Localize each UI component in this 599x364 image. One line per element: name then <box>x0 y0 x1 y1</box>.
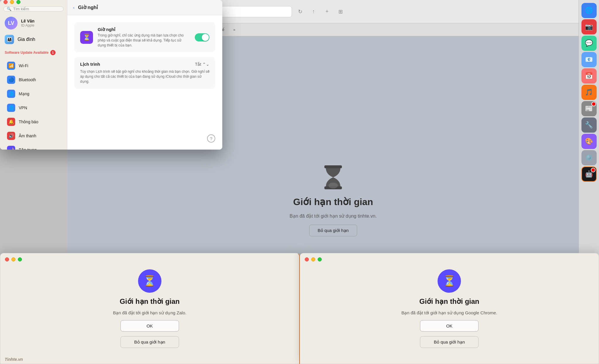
gio-nghi-title: Giờ nghỉ <box>98 27 190 32</box>
gio-nghi-toggle[interactable] <box>195 33 209 41</box>
sidebar-user-profile[interactable]: LV Lê Văn ID Apple <box>0 14 67 32</box>
focus-icon: 🌙 <box>7 146 15 150</box>
dock-icon-creative[interactable]: 🎨 <box>581 134 597 149</box>
sidebar-item-bluetooth[interactable]: 🔵 Bluetooth <box>2 73 65 86</box>
schedule-card: Lịch trình Tắt ⌃⌄ Tùy chọn Lịch trình sẽ… <box>74 57 215 89</box>
schedule-header: Lịch trình Tắt ⌃⌄ <box>80 62 209 67</box>
sidebar-item-label: Mạng <box>19 91 29 96</box>
network-icon: 🌐 <box>7 90 15 98</box>
detail-content: ⏳ Giờ nghỉ Trong giờ nghỉ, chỉ các ứng d… <box>67 15 222 100</box>
gio-nghi-info: Giờ nghỉ Trong giờ nghỉ, chỉ các ứng dụn… <box>98 27 190 48</box>
sidebar-button[interactable]: ⊞ <box>335 6 346 17</box>
sidebar-item-label: Tập trung <box>19 148 37 150</box>
reload-button[interactable]: ↻ <box>295 6 305 17</box>
share-button[interactable]: ↑ <box>308 6 319 17</box>
watermark: Tinhte.vn <box>5 357 23 362</box>
maximize-button[interactable] <box>16 0 20 4</box>
system-preferences-window: 🔍 Tìm kiếm LV Lê Văn ID Apple 👨‍👩‍👧 Gia … <box>0 0 222 150</box>
sidebar-item-label: Wi-Fi <box>19 63 28 68</box>
sidebar-item-label: Âm thanh <box>19 134 36 138</box>
schedule-title: Lịch trình <box>80 62 100 67</box>
popup-zalo-subtitle: Bạn đã đặt tới giới hạn sử dụng Zalo. <box>113 310 186 316</box>
help-button[interactable]: ? <box>207 134 215 143</box>
detail-title: Giờ nghỉ <box>78 4 98 11</box>
sidebar-item-focus[interactable]: 🌙 Tập trung <box>2 143 65 150</box>
schedule-desc: Tùy chọn Lịch trình sẽ bật giờ nghỉ cho … <box>80 69 209 84</box>
popup-chrome-subtitle: Bạn đã đặt tới giới hạn sử dụng Google C… <box>401 310 497 316</box>
more-tabs-button[interactable]: » <box>230 26 239 33</box>
svg-rect-0 <box>324 165 342 168</box>
dock-icon-music[interactable]: 🎵 <box>581 85 597 100</box>
search-bar[interactable]: 🔍 Tìm kiếm <box>4 6 63 11</box>
dock-icon-finder[interactable]: 🌐 <box>581 3 597 18</box>
dock-icon-ai[interactable]: 🤖 <box>581 167 597 182</box>
update-badge: 1 <box>50 50 56 55</box>
dock-icon-calendar[interactable]: 📅 <box>581 68 597 84</box>
vpn-icon: 🌐 <box>7 104 15 112</box>
notification-icon: 🔔 <box>7 118 15 126</box>
popup-zalo: ⏳ Giới hạn thời gian Bạn đã đặt tới giới… <box>0 253 300 364</box>
window-controls <box>4 0 20 4</box>
popup-chrome-ignore-button[interactable]: Bỏ qua giới hạn <box>420 336 478 348</box>
gio-nghi-icon: ⏳ <box>80 31 93 44</box>
popup-zalo-icon: ⏳ <box>138 269 161 293</box>
hourglass-icon <box>321 164 345 190</box>
popup-chrome-ok-button[interactable]: OK <box>420 320 478 332</box>
bluetooth-icon: 🔵 <box>7 76 15 84</box>
popup-chrome-icon: ⏳ <box>438 269 461 293</box>
popup-chrome-title: Giới hạn thời gian <box>419 297 479 306</box>
popup-zalo-controls <box>5 257 22 261</box>
dock-icon-mail[interactable]: 📧 <box>581 52 597 67</box>
sidebar-header <box>0 0 67 4</box>
sidebar-item-sound[interactable]: 🔊 Âm thanh <box>2 129 65 142</box>
popup-zalo-minimize[interactable] <box>11 257 16 261</box>
popup-zalo-close[interactable] <box>5 257 9 261</box>
sidebar-item-label: VPN <box>19 105 27 110</box>
popup-zalo-ignore-button[interactable]: Bỏ qua giới hạn <box>121 336 179 348</box>
software-update-label: Software Update Available <box>5 51 49 55</box>
dock-icon-camera[interactable]: 📷 <box>581 19 597 34</box>
sidebar: 🔍 Tìm kiếm LV Lê Văn ID Apple 👨‍👩‍👧 Gia … <box>0 0 67 150</box>
detail-panel: ‹ Giờ nghỉ ⏳ Giờ nghỉ Trong giờ nghỉ, ch… <box>67 0 222 150</box>
popup-chrome-minimize[interactable] <box>311 257 315 261</box>
search-icon: 🔍 <box>7 7 11 11</box>
popup-zalo-ok-button[interactable]: OK <box>121 320 179 332</box>
browser-time-limit-subtitle: Bạn đã đặt tới giới hạn sử dụng tinhte.v… <box>290 213 377 219</box>
family-label: Gia đình <box>18 37 35 42</box>
user-name: Lê Văn <box>21 19 35 23</box>
sidebar-item-label: Bluetooth <box>19 77 36 82</box>
popup-chrome-maximize[interactable] <box>318 257 322 261</box>
help-icon: ? <box>210 136 212 141</box>
browser-ignore-limit-button[interactable]: Bỏ qua giới hạn <box>309 225 357 236</box>
dock-icon-settings[interactable]: ⚙️ <box>581 150 597 165</box>
search-placeholder: Tìm kiếm <box>13 7 29 11</box>
sidebar-item-wifi[interactable]: 📶 Wi-Fi <box>2 59 65 72</box>
popup-chrome: ⏳ Giới hạn thời gian Bạn đã đặt tới giới… <box>300 253 599 364</box>
detail-header: ‹ Giờ nghỉ <box>67 0 222 15</box>
schedule-value-text: Tắt <box>195 62 201 67</box>
sidebar-item-vpn[interactable]: 🌐 VPN <box>2 101 65 114</box>
close-button[interactable] <box>4 0 8 4</box>
sidebar-item-notifications[interactable]: 🔔 Thông báo <box>2 115 65 128</box>
add-tab-button[interactable]: + <box>322 6 332 17</box>
popup-zalo-title: Giới hạn thời gian <box>120 297 180 306</box>
software-update-item[interactable]: Software Update Available 1 <box>4 48 63 57</box>
popup-chrome-close[interactable] <box>305 257 309 261</box>
dock-icon-tools[interactable]: 🔧 <box>581 117 597 133</box>
popup-zalo-maximize[interactable] <box>18 257 22 261</box>
minimize-button[interactable] <box>10 0 14 4</box>
sidebar-item-family[interactable]: 👨‍👩‍👧 Gia đình <box>0 32 67 46</box>
popup-overlay: ⏳ Giới hạn thời gian Bạn đã đặt tới giới… <box>0 253 599 364</box>
family-icon: 👨‍👩‍👧 <box>5 35 14 44</box>
user-avatar: LV <box>5 17 18 30</box>
sound-icon: 🔊 <box>7 132 15 140</box>
sidebar-item-label: Thông báo <box>19 119 38 124</box>
browser-time-limit-title: Giới hạn thời gian <box>293 196 373 207</box>
sidebar-item-network[interactable]: 🌐 Mạng <box>2 87 65 100</box>
schedule-value[interactable]: Tắt ⌃⌄ <box>195 62 209 67</box>
popup-chrome-controls <box>305 257 322 261</box>
dock-icon-news[interactable]: 📰 <box>581 101 597 116</box>
dock-icon-messages[interactable]: 💬 <box>581 36 597 51</box>
back-button[interactable]: ‹ <box>73 5 75 10</box>
schedule-chevron-icon: ⌃⌄ <box>202 62 209 67</box>
